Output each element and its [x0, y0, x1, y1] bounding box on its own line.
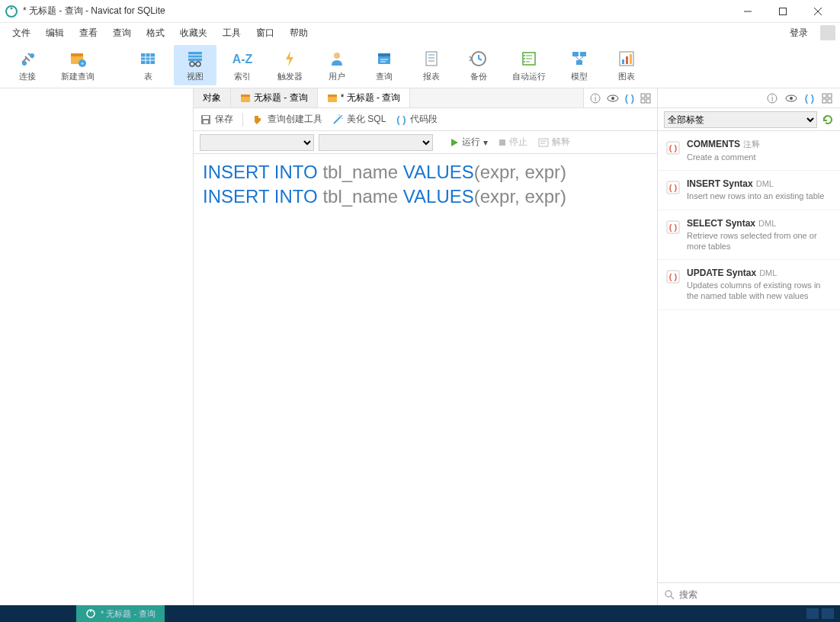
menu-tools[interactable]: 工具: [215, 24, 248, 43]
query-builder-button[interactable]: 查询创建工具: [252, 113, 322, 126]
svg-line-90: [671, 596, 674, 599]
eye-icon[interactable]: [785, 93, 797, 104]
autorun-icon: [519, 48, 539, 69]
avatar-icon[interactable]: [820, 25, 835, 40]
explain-button[interactable]: 解释: [535, 134, 573, 150]
svg-rect-43: [576, 60, 582, 65]
svg-point-39: [524, 58, 525, 59]
minimize-button[interactable]: [730, 0, 765, 23]
refresh-icon[interactable]: [822, 114, 834, 126]
svg-text:( ): ( ): [669, 143, 678, 152]
info-icon[interactable]: i: [767, 93, 777, 104]
status-left[interactable]: [0, 605, 76, 622]
tool-chart[interactable]: 图表: [605, 45, 648, 85]
tab-objects[interactable]: 对象: [194, 88, 231, 107]
connection-selector-row: 运行 ▾ 停止 解释: [194, 131, 657, 154]
index-icon: A-Z: [231, 48, 254, 69]
database-select[interactable]: [319, 134, 433, 151]
tool-user[interactable]: 用户: [316, 45, 358, 85]
chevron-down-icon: ▾: [483, 137, 488, 148]
snippet-search-input[interactable]: [679, 589, 834, 600]
status-icon-1[interactable]: [806, 608, 819, 619]
menu-format[interactable]: 格式: [139, 24, 172, 43]
svg-rect-69: [499, 139, 505, 146]
menu-edit[interactable]: 编辑: [38, 24, 72, 43]
close-button[interactable]: [800, 0, 835, 23]
tool-backup-label: 备份: [470, 71, 487, 82]
tool-table[interactable]: 表: [127, 45, 169, 85]
status-icon-2[interactable]: [822, 608, 834, 619]
tool-query-label: 查询: [376, 71, 393, 82]
svg-line-45: [579, 56, 583, 60]
stop-label: 停止: [509, 136, 527, 149]
tool-autorun[interactable]: 自动运行: [505, 45, 553, 85]
code-icon[interactable]: ( ): [625, 92, 634, 104]
login-link[interactable]: 登录: [782, 24, 816, 43]
svg-point-24: [334, 53, 340, 59]
table-icon: [138, 48, 158, 69]
window-title: * 无标题 - 查询 - Navicat for SQLite: [23, 5, 730, 18]
beautify-button[interactable]: 美化 SQL: [332, 113, 386, 126]
svg-rect-26: [378, 53, 390, 56]
tool-new-query[interactable]: + 新建查询: [53, 45, 102, 85]
snippet-item[interactable]: ( ) UPDATE SyntaxDML Updates columns of …: [658, 260, 840, 310]
query-icon: [374, 48, 394, 69]
tab-untitled-2[interactable]: * 无标题 - 查询: [318, 88, 411, 107]
connection-select[interactable]: [200, 134, 314, 151]
maximize-button[interactable]: [765, 0, 800, 23]
tool-report-label: 报表: [423, 71, 440, 82]
editor-sub-toolbar: 保存 查询创建工具 美化 SQL ( ) 代码段: [194, 108, 657, 131]
menu-file[interactable]: 文件: [5, 24, 38, 43]
beautify-label: 美化 SQL: [347, 113, 386, 126]
tool-connect[interactable]: 连接: [6, 45, 49, 85]
code-icon[interactable]: ( ): [805, 92, 814, 104]
info-icon[interactable]: i: [590, 93, 601, 104]
snippet-button[interactable]: ( ) 代码段: [395, 113, 438, 126]
tool-report[interactable]: 报表: [410, 45, 453, 85]
save-button[interactable]: 保存: [200, 113, 233, 126]
grid-icon[interactable]: [822, 93, 832, 104]
chart-icon: [617, 48, 636, 69]
window-controls: [730, 0, 835, 23]
tool-model[interactable]: 模型: [558, 45, 601, 85]
menu-query[interactable]: 查询: [105, 24, 139, 43]
svg-point-40: [524, 61, 525, 63]
tool-backup[interactable]: 备份: [457, 45, 500, 85]
tool-table-label: 表: [144, 71, 152, 82]
snippet-item[interactable]: ( ) SELECT SyntaxDML Retrieve rows selec…: [658, 210, 840, 261]
tool-index[interactable]: A-Z 索引: [221, 45, 264, 85]
tool-view[interactable]: 视图: [174, 45, 216, 85]
snippet-paren-icon: ( ): [395, 114, 407, 126]
wand-icon: [332, 114, 344, 126]
tool-query[interactable]: 查询: [363, 45, 406, 85]
explain-label: 解释: [552, 136, 570, 149]
menu-view[interactable]: 查看: [72, 24, 105, 43]
svg-rect-60: [641, 99, 645, 103]
sql-editor[interactable]: INSERT INTO tbl_name VALUES(expr, expr) …: [194, 154, 657, 605]
stop-button[interactable]: 停止: [495, 134, 531, 150]
eye-icon[interactable]: [607, 93, 619, 104]
save-label: 保存: [215, 113, 233, 126]
svg-rect-9: [71, 53, 83, 56]
snippet-item[interactable]: ( ) INSERT SyntaxDML Insert new rows int…: [658, 171, 840, 210]
user-icon: [327, 48, 347, 69]
run-button[interactable]: 运行 ▾: [447, 134, 491, 150]
tab-untitled-1[interactable]: 无标题 - 查询: [231, 88, 318, 107]
svg-point-20: [190, 62, 194, 66]
tool-trigger[interactable]: 触发器: [268, 45, 311, 85]
menu-favorites[interactable]: 收藏夹: [172, 24, 215, 43]
snippet-item[interactable]: ( ) COMMENTS注释 Create a comment: [658, 131, 840, 171]
svg-point-66: [341, 115, 342, 117]
grid-icon[interactable]: [640, 93, 651, 104]
tab-untitled-1-label: 无标题 - 查询: [254, 91, 308, 104]
stop-icon: [499, 139, 506, 146]
snippet-icon: ( ): [665, 269, 681, 284]
status-current-tab[interactable]: * 无标题 - 查询: [76, 605, 165, 622]
tool-autorun-label: 自动运行: [512, 71, 546, 82]
menu-window[interactable]: 窗口: [248, 24, 282, 43]
tag-filter-select[interactable]: 全部标签: [664, 111, 817, 128]
svg-point-67: [338, 114, 340, 116]
app-icon: [5, 5, 18, 18]
svg-text:A-Z: A-Z: [232, 53, 253, 66]
menu-help[interactable]: 帮助: [282, 24, 316, 43]
